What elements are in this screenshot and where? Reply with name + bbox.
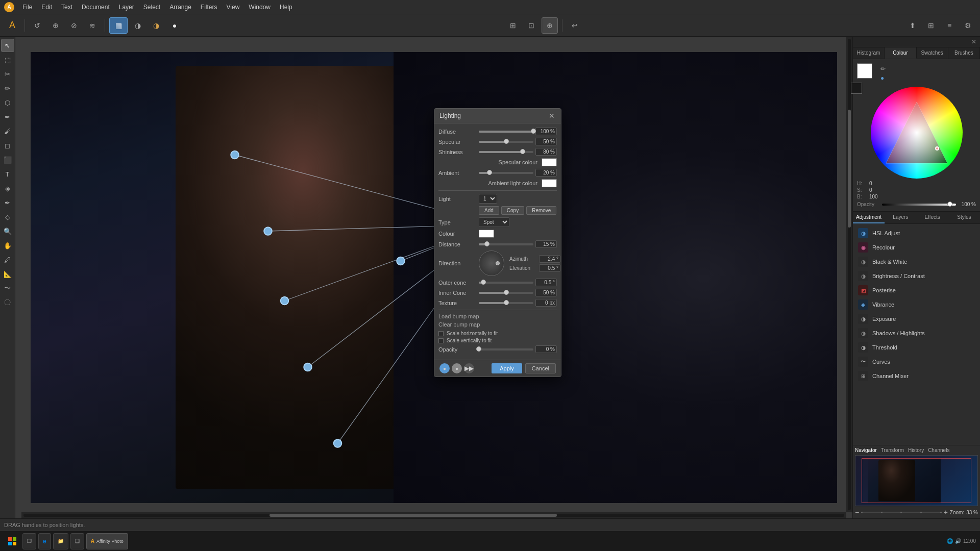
toolbar-align[interactable]: ≡ [941,17,958,34]
shininess-value[interactable]: 80 % [535,148,557,156]
adj-brightness-contrast[interactable]: ◑ Brightness / Contrast [855,269,978,283]
tool-eyedropper[interactable]: 🖊 [1,253,14,266]
tool-pen[interactable]: ✒ [1,196,14,209]
inner-cone-slider[interactable] [479,292,533,294]
start-button[interactable] [4,533,20,549]
tab-history[interactable]: History [908,447,924,453]
adj-threshold[interactable]: ◑ Threshold [855,340,978,355]
specular-thumb[interactable] [504,139,509,144]
tool-erase[interactable]: ◻ [1,139,14,152]
edit-fill-icon[interactable]: ✏ [880,65,886,72]
h-scroll-thumb[interactable] [270,514,557,517]
toolbar-export[interactable]: ⬆ [904,17,921,34]
affinity-taskbar-button[interactable]: A Affinity Photo [86,533,128,549]
footer-icon-3[interactable]: ▶▶ [464,363,474,373]
opacity-slider-thumb[interactable] [947,202,952,207]
toolbar-settings[interactable]: ⚙ [960,17,976,34]
toolbar-mode2[interactable]: ◑ [130,17,146,34]
tool-select[interactable]: ↖ [1,39,14,52]
toolbar-tool2[interactable]: ⊘ [66,17,82,34]
tab-histogram[interactable]: Histogram [853,47,885,59]
ambient-slider[interactable] [479,172,533,174]
remove-light-button[interactable]: Remove [526,206,556,215]
distance-thumb[interactable] [484,241,489,246]
texture-slider[interactable] [479,302,533,304]
tool-liquify[interactable]: 〇 [1,296,14,309]
tab-navigator[interactable]: Navigator [855,447,877,453]
tab-adjustment[interactable]: Adjustment [853,212,885,223]
dialog-close-button[interactable]: ✕ [548,112,556,120]
tab-brushes[interactable]: Brushes [948,47,980,59]
color-dot-icon[interactable]: ● [880,74,886,82]
adj-posterise[interactable]: ◩ Posterise [855,283,978,297]
panel-close-button[interactable]: ✕ [970,38,978,46]
tool-dodge[interactable]: ⬛ [1,153,14,166]
colour-swatch[interactable] [479,230,494,238]
opacity-value[interactable]: 0 % [535,345,557,353]
foreground-color-swatch[interactable] [857,63,872,79]
adj-hsl-adjust[interactable]: ◑ HSL Adjust [855,226,978,240]
outer-cone-thumb[interactable] [481,280,486,285]
ambient-thumb[interactable] [487,170,492,175]
direction-wheel[interactable] [479,251,504,276]
diffuse-slider[interactable] [479,131,533,133]
adj-exposure[interactable]: ◑ Exposure [855,312,978,326]
menu-help[interactable]: Help [276,2,297,12]
v-scrollbar[interactable] [846,37,852,512]
adj-curves[interactable]: 〜 Curves [855,355,978,369]
light-select[interactable]: 1 2 3 [479,194,497,204]
tool-node[interactable]: ◇ [1,210,14,223]
opacity-slider[interactable] [479,348,533,350]
diffuse-value[interactable]: 100 % [535,128,557,135]
opacity-thumb[interactable] [476,346,481,352]
footer-icon-2[interactable]: ● [452,363,462,373]
adj-channel-mixer[interactable]: ⊞ Channel Mixer [855,369,978,383]
explorer-button[interactable]: 📁 [53,533,68,549]
toolbar-tool3[interactable]: ≋ [84,17,101,34]
tool-clone[interactable]: ✒ [1,110,14,123]
ambient-value[interactable]: 20 % [535,169,557,177]
elevation-value[interactable]: 0.5 ° [539,264,560,272]
navigator-preview[interactable] [855,455,978,506]
network-icon[interactable]: 🌐 [947,538,953,544]
canvas-area[interactable]: Lighting ✕ Diffuse 100 % Specular [15,37,852,518]
adj-black-white[interactable]: ◑ Black & White [855,255,978,269]
toolbar-grid[interactable]: ⊞ [505,17,521,34]
background-color-swatch[interactable] [851,83,862,94]
tool-shape[interactable]: ◈ [1,182,14,195]
scale-h-checkbox[interactable] [438,331,444,336]
distance-value[interactable]: 15 % [535,240,557,248]
menu-arrange[interactable]: Arrange [165,2,195,12]
texture-value[interactable]: 0 px [535,299,557,307]
app1-button[interactable]: ❑ [70,533,84,549]
tool-crop[interactable]: ⬚ [1,53,14,66]
ambient-light-colour-swatch[interactable] [542,179,557,187]
add-light-button[interactable]: Add [479,206,499,215]
menu-filters[interactable]: Filters [197,2,222,12]
tool-slice[interactable]: ✂ [1,67,14,81]
tab-transform[interactable]: Transform [881,447,904,453]
specular-slider[interactable] [479,141,533,143]
apply-button[interactable]: Apply [492,363,522,373]
clear-bump-map-link[interactable]: Clear bump map [438,321,557,328]
tool-text[interactable]: T [1,167,14,181]
adj-vibrance[interactable]: ◈ Vibrance [855,297,978,312]
tool-hand[interactable]: ✋ [1,239,14,252]
tab-layers[interactable]: Layers [885,212,916,223]
toolbar-refresh[interactable]: ↺ [29,17,45,34]
menu-view[interactable]: View [223,2,244,12]
menu-file[interactable]: File [18,2,36,12]
color-position-dot[interactable] [935,146,939,151]
zoom-out-button[interactable]: − [855,508,859,516]
scale-v-checkbox[interactable] [438,338,444,343]
toolbar-mode3[interactable]: ◑ [148,17,164,34]
shininess-thumb[interactable] [520,149,525,154]
menu-layer[interactable]: Layer [115,2,138,12]
adj-recolour[interactable]: ◉ Recolour [855,240,978,255]
menu-select[interactable]: Select [139,2,164,12]
menu-edit[interactable]: Edit [37,2,56,12]
cancel-button[interactable]: Cancel [525,363,556,373]
tab-styles[interactable]: Styles [948,212,980,223]
inner-cone-value[interactable]: 50 % [535,289,557,296]
direction-dot[interactable] [496,261,500,265]
